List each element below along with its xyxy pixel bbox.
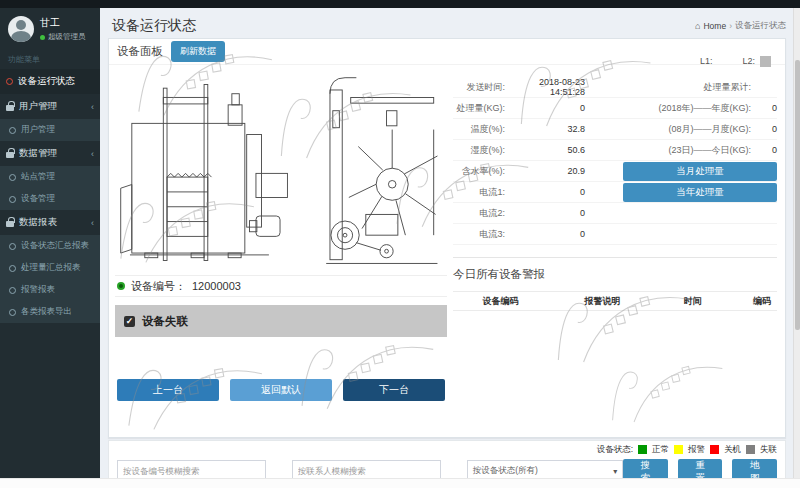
legend-shutdown-icon [710, 445, 719, 454]
alarm-col-description: 报警说明 [548, 295, 657, 308]
l2-label: L2: [742, 56, 755, 66]
return-default-button[interactable]: 返回默认 [230, 379, 332, 401]
page-title: 设备运行状态 [112, 17, 196, 35]
legend-offline-icon [746, 445, 755, 454]
breadcrumb-current: 设备运行状态 [735, 20, 786, 32]
l2-status-square [760, 56, 771, 67]
stats-grid: 发送时间: 2018-08-23 14:51:28 处理量累计: 处理量(KG)… [453, 77, 777, 245]
chevron-down-icon [613, 466, 617, 476]
prev-device-button[interactable]: 上一台 [117, 379, 219, 401]
home-icon [695, 21, 700, 31]
alarm-section: 今日所有设备警报 设备编码 报警说明 时间 编码 [453, 257, 777, 311]
machine-diagram-front [117, 71, 293, 273]
circle-icon [9, 127, 16, 134]
device-panel-title: 设备面板 [117, 44, 163, 59]
page-scrollbar[interactable] [793, 8, 800, 488]
scrollbar-thumb[interactable] [795, 60, 800, 330]
l1-l2-indicators: L1: L2: [453, 53, 777, 69]
stats-row: 发送时间: 2018-08-23 14:51:28 处理量累计: [453, 77, 777, 98]
chevron-left-icon: ‹ [91, 149, 94, 159]
legend-normal-icon [638, 445, 647, 454]
sidebar-group-data-mgmt[interactable]: 数据管理 ‹ [0, 141, 100, 166]
stats-row: 温度(%): 32.8 (08月)——月度(KG):0 [453, 119, 777, 140]
lock-icon [6, 221, 14, 227]
device-panel: 设备面板 刷新数据 [108, 38, 786, 438]
alarm-col-code: 编码 [729, 295, 777, 308]
sidebar-item-equipment-mgmt[interactable]: 设备管理 [0, 188, 100, 210]
circle-icon [9, 309, 16, 316]
breadcrumb: Home › 设备运行状态 [695, 20, 786, 32]
sidebar-item-site-mgmt[interactable]: 站点管理 [0, 166, 100, 188]
user-panel: 甘工 超级管理员 [0, 8, 100, 48]
status-legend: 设备状态: 正常 报警 关机 失联 [117, 443, 777, 456]
stats-row: 电流2: 0 [453, 203, 777, 224]
lock-icon [6, 152, 14, 158]
chevron-left-icon: ‹ [91, 102, 94, 112]
circle-icon [9, 174, 16, 181]
stats-row: 电流3: 0 [453, 224, 777, 245]
sidebar-item-device-status[interactable]: 设备运行状态 [0, 69, 100, 94]
sidebar-item-volume-report[interactable]: 处理量汇总报表 [0, 257, 100, 279]
circle-icon [6, 78, 13, 85]
device-panel-left: 设备编号： 12000003 设备失联 上一台 返回默认 下一台 [115, 69, 447, 431]
sidebar-item-report-export[interactable]: 各类报表导出 [0, 301, 100, 323]
stats-row: 处理量(KG): 0 (2018年)——年度(KG):0 [453, 98, 777, 119]
avatar [8, 16, 34, 42]
device-status-icon [117, 282, 125, 290]
breadcrumb-home[interactable]: Home [703, 21, 726, 31]
alarm-table-header: 设备编码 报警说明 时间 编码 [453, 291, 777, 311]
stats-row: 含水率(%): 20.9 当月处理量 [453, 161, 777, 182]
alarm-section-title: 今日所有设备警报 [453, 267, 777, 282]
device-nav-buttons: 上一台 返回默认 下一台 [115, 379, 447, 401]
circle-icon [9, 196, 16, 203]
user-name: 甘工 [40, 16, 86, 30]
main-content: 设备运行状态 Home › 设备运行状态 设备面板 刷新数据 [100, 8, 800, 488]
chevron-left-icon: ‹ [91, 218, 94, 228]
next-device-button[interactable]: 下一台 [343, 379, 445, 401]
offline-alert-label: 设备失联 [142, 314, 188, 329]
lock-icon [6, 105, 14, 111]
top-navbar-strip [0, 0, 800, 8]
sidebar-item-status-report[interactable]: 设备状态汇总报表 [0, 235, 100, 257]
legend-alarm-icon [674, 445, 683, 454]
circle-icon [9, 265, 16, 272]
circle-icon [9, 287, 16, 294]
device-number-value: 12000003 [192, 280, 241, 292]
circle-icon [9, 243, 16, 250]
sidebar-group-reports[interactable]: 数据报表 ‹ [0, 210, 100, 235]
l1-label: L1: [700, 56, 713, 66]
alarm-col-device-code: 设备编码 [453, 295, 548, 308]
device-number-label: 设备编号： [131, 279, 186, 294]
stats-row: 湿度(%): 50.6 (23日)——今日(KG):0 [453, 140, 777, 161]
bottom-strip [0, 478, 800, 488]
alarm-col-time: 时间 [657, 295, 729, 308]
device-panel-right: L1: L2: 发送时间: 2018-08-23 14:51:28 处理量累计:… [453, 53, 777, 431]
sidebar-group-user-mgmt[interactable]: 用户管理 ‹ [0, 94, 100, 119]
content-header: 设备运行状态 Home › 设备运行状态 [100, 8, 800, 38]
user-role: 超级管理员 [40, 32, 86, 42]
send-time-value: 2018-08-23 14:51:28 [505, 77, 585, 97]
year-volume-button[interactable]: 当年处理量 [623, 183, 777, 202]
machine-diagram-side [313, 71, 445, 273]
refresh-data-button[interactable]: 刷新数据 [171, 41, 225, 62]
month-volume-button[interactable]: 当月处理量 [623, 162, 777, 181]
stats-row: 电流1: 0 当年处理量 [453, 182, 777, 203]
machine-diagrams [115, 69, 447, 273]
app-window: 甘工 超级管理员 功能菜单 设备运行状态 用户管理 ‹ 用户管理 数据管理 ‹ … [0, 0, 800, 488]
online-status-icon [40, 35, 45, 40]
sidebar-item-alarm-report[interactable]: 报警报表 [0, 279, 100, 301]
menu-section-header: 功能菜单 [0, 48, 100, 69]
device-number-row: 设备编号： 12000003 [115, 275, 447, 297]
offline-alert-box: 设备失联 [115, 305, 447, 337]
sidebar: 甘工 超级管理员 功能菜单 设备运行状态 用户管理 ‹ 用户管理 数据管理 ‹ … [0, 8, 100, 478]
legend-label: 设备状态: [597, 444, 633, 456]
checkbox-checked-icon[interactable] [124, 316, 135, 327]
sidebar-item-user-mgmt[interactable]: 用户管理 [0, 119, 100, 141]
